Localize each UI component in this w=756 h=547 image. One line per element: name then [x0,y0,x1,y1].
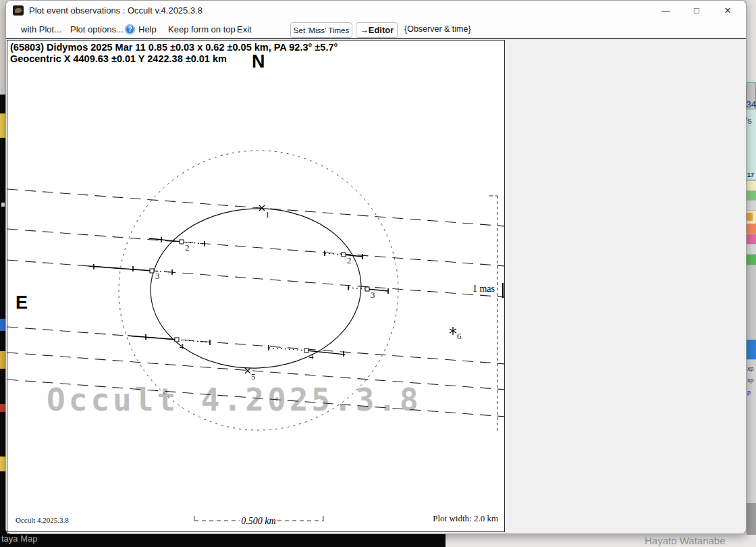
plot-title-line1: (65803) Didymos 2025 Mar 11 0.85 ±0.03 x… [10,42,338,53]
svg-text:1 mas: 1 mas [473,284,495,294]
background-window-bottom-right: Hayato Watanabe [446,533,756,547]
bg-fragment [747,265,756,340]
plot-version-label: Occult 4.2025.3.8 [16,516,69,524]
svg-text:2: 2 [185,242,190,253]
svg-text:Occult 4.2025.3.8: Occult 4.2025.3.8 [47,382,422,418]
bg-fragment [747,181,756,190]
bg-fragment [747,234,756,244]
observer-time-label: {Observer & time} [404,24,471,34]
svg-text:N: N [252,51,265,72]
bg-fragment [747,0,756,80]
bg-text: xp [747,365,756,372]
maximize-button[interactable]: □ [681,1,712,20]
bg-fragment [1,203,5,207]
window-title: Plot event observations : Occult v.4.202… [29,5,202,16]
app-icon [13,5,24,16]
editor-button[interactable]: →Editor [356,22,398,38]
svg-text:3: 3 [371,290,375,300]
svg-text:4: 4 [180,341,184,351]
bg-fragment [747,201,756,210]
occultation-plot-canvas[interactable]: Occult 4.2025.3.81223344561 masNE0.500 k… [7,40,505,532]
close-button[interactable]: ✕ [712,1,743,20]
bg-fragment [747,255,756,265]
menu-bar: with Plot... Plot options... ? Help Keep… [6,20,746,39]
bg-text: xp [747,377,756,384]
bg-fragment [747,191,756,200]
bg-fragment [747,244,756,254]
background-window-right-strip: 17 xp xp p [747,0,756,535]
svg-text:1: 1 [265,209,270,219]
background-app-title: taya Map [1,533,37,544]
background-window-bottom-left: taya Map [0,533,446,547]
background-user-name: Hayato Watanabe [645,535,726,546]
svg-text:4: 4 [309,351,314,361]
plot-drawing: Occult 4.2025.3.81223344561 masNE0.500 k… [7,41,504,531]
bg-fragment [747,224,756,234]
menu-plot-options[interactable]: Plot options... [70,24,124,34]
svg-text:6: 6 [457,331,462,341]
menu-help[interactable]: Help [138,24,157,34]
svg-text:2: 2 [347,255,352,265]
bg-fragment [747,213,753,221]
title-bar[interactable]: Plot event observations : Occult v.4.202… [6,1,746,20]
screen: taya Map Hayato Watanabe 17 xp xp p Plot… [0,0,756,547]
menu-exit[interactable]: Exit [237,24,252,34]
menu-with-plot[interactable]: with Plot... [21,24,61,34]
set-miss-times-button[interactable]: Set 'Miss' Times [290,22,352,38]
svg-text:E: E [16,292,28,313]
plot-width-label: Plot width: 2.0 km [433,513,498,524]
bg-text: p [747,389,756,396]
menu-keep-on-top[interactable]: Keep form on top [168,24,236,34]
plot-title-line2: Geocentric X 4409.63 ±0.01 Y 2422.38 ±0.… [10,53,227,64]
bg-fragment [747,503,756,535]
bg-text: 17 [747,172,756,178]
minimize-button[interactable]: — [650,1,681,20]
help-icon[interactable]: ? [125,24,135,34]
bg-fragment [747,340,756,359]
svg-text:0.500 km: 0.500 km [241,516,275,526]
svg-text:3: 3 [155,271,160,281]
svg-text:5: 5 [251,371,256,382]
